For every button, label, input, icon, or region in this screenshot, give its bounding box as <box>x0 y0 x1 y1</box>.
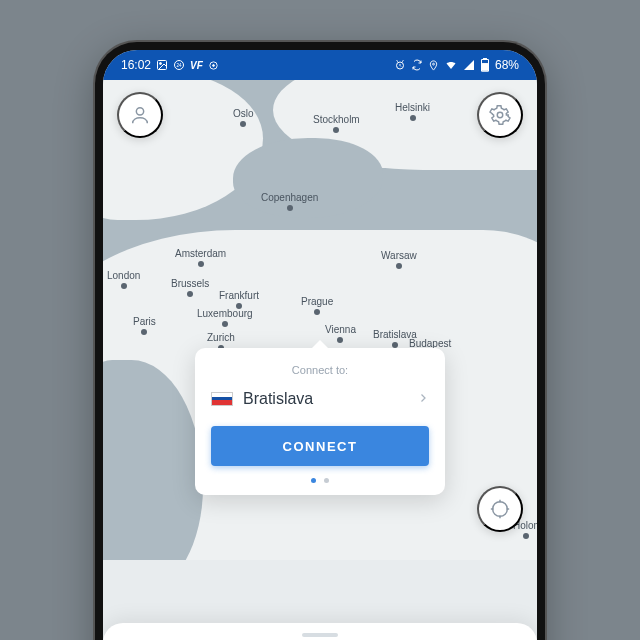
svg-text:24: 24 <box>177 63 183 68</box>
dot-1[interactable] <box>311 478 316 483</box>
gear-icon <box>489 104 511 126</box>
profile-button[interactable] <box>117 92 163 138</box>
svg-point-12 <box>497 112 503 118</box>
crosshair-icon <box>489 498 511 520</box>
screen: 16:02 24 VF <box>103 50 537 640</box>
target-icon <box>208 60 219 71</box>
android-statusbar: 16:02 24 VF <box>103 50 537 80</box>
image-icon <box>156 59 168 71</box>
location-row[interactable]: Bratislava <box>211 386 429 412</box>
svg-point-13 <box>493 502 508 517</box>
svg-rect-9 <box>484 58 487 59</box>
location-name: Bratislava <box>243 390 313 408</box>
chevron-right-icon <box>417 390 429 408</box>
dot-2[interactable] <box>324 478 329 483</box>
statusbar-battery: 68% <box>495 58 519 72</box>
grab-handle[interactable] <box>302 633 338 637</box>
status-sheet[interactable]: Your status is connected <box>103 623 537 640</box>
connect-card: Connect to: Bratislava CONNECT <box>195 348 445 495</box>
statusbar-time: 16:02 <box>121 58 151 72</box>
connect-button[interactable]: CONNECT <box>211 426 429 466</box>
map-view[interactable]: OsloStockholmHelsinkiCopenhagenAmsterdam… <box>103 80 537 560</box>
svg-rect-10 <box>483 64 488 71</box>
city-label[interactable]: Paris <box>133 316 156 335</box>
svg-point-5 <box>212 64 214 66</box>
city-label[interactable]: Stockholm <box>313 114 360 133</box>
city-label[interactable]: Brussels <box>171 278 209 297</box>
flag-slovakia-icon <box>211 392 233 406</box>
city-label[interactable]: London <box>107 270 140 289</box>
svg-point-7 <box>433 63 435 65</box>
vf-icon: VF <box>190 60 203 71</box>
sync-icon <box>411 59 423 71</box>
city-label[interactable]: Luxembourg <box>197 308 253 327</box>
user-icon <box>129 104 151 126</box>
wifi-icon <box>444 59 458 71</box>
svg-point-1 <box>160 63 162 65</box>
signal-icon <box>463 59 475 71</box>
city-label[interactable]: Helsinki <box>395 102 430 121</box>
settings-button[interactable] <box>477 92 523 138</box>
svg-point-11 <box>136 108 143 115</box>
city-label[interactable]: Amsterdam <box>175 248 226 267</box>
city-label[interactable]: Frankfurt <box>219 290 259 309</box>
city-label[interactable]: Copenhagen <box>261 192 318 211</box>
page-dots[interactable] <box>211 478 429 483</box>
badge-24-icon: 24 <box>173 59 185 71</box>
city-label[interactable]: Oslo <box>233 108 254 127</box>
alarm-icon <box>394 59 406 71</box>
battery-icon <box>480 58 490 72</box>
phone-frame: 16:02 24 VF <box>95 42 545 640</box>
city-label[interactable]: Prague <box>301 296 333 315</box>
city-label[interactable]: Warsaw <box>381 250 417 269</box>
location-icon <box>428 60 439 71</box>
connect-header: Connect to: <box>211 364 429 376</box>
city-label[interactable]: Vienna <box>325 324 356 343</box>
locate-button[interactable] <box>477 486 523 532</box>
